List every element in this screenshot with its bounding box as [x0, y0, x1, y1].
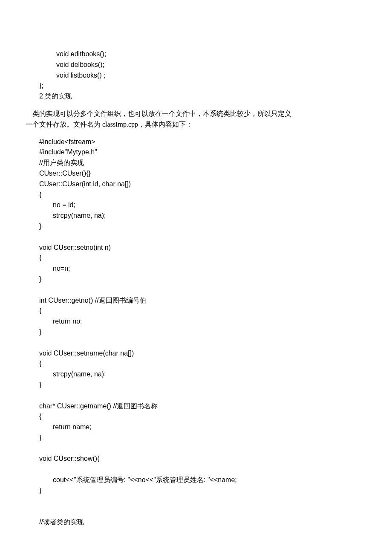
code-line: { — [26, 190, 366, 200]
code-line: void delbooks(); — [26, 60, 366, 70]
code-line: no=n; — [26, 263, 366, 274]
code-line: strcpy(name, na); — [26, 211, 366, 221]
code-line: } — [26, 221, 366, 232]
code-line: //用户类的实现 — [26, 158, 366, 168]
code-line: 2 类的实现 — [26, 91, 366, 102]
code-line — [26, 506, 366, 517]
code-line: void CUser::show(){ — [26, 454, 366, 464]
code-line: no = id; — [26, 200, 366, 211]
code-line: { — [26, 306, 366, 316]
code-line: void CUser::setname(char na[]) — [26, 348, 366, 359]
code-line: } — [26, 380, 366, 390]
code-line: void listbooks() ; — [26, 70, 366, 81]
code-line: CUser::CUser(int id, char na[]) — [26, 179, 366, 190]
code-line — [26, 232, 366, 243]
code-line: //读者类的实现 — [26, 517, 366, 528]
code-line: #include"Mytype.h" — [26, 147, 366, 158]
code-line — [26, 285, 366, 295]
code-line: } — [26, 433, 366, 443]
code-line: cout<<"系统管理员编号: "<<no<<"系统管理员姓名: "<<name… — [26, 475, 366, 486]
code-line: void CUser::setno(int n) — [26, 243, 366, 253]
document-page: void editbooks();void delbooks();void li… — [0, 0, 392, 555]
code-line — [26, 443, 366, 454]
code-line: { — [26, 358, 366, 369]
code-line: 类的实现可以分多个文件组织，也可以放在一个文件中，本系统类比较少，所以只定义 一… — [26, 109, 366, 130]
code-line: } — [26, 327, 366, 338]
code-line: } — [26, 486, 366, 496]
code-line: return name; — [26, 422, 366, 433]
code-line: int CUser::getno() //返回图书编号值 — [26, 295, 366, 306]
code-line: #include<fstream> — [26, 137, 366, 147]
code-line: return no; — [26, 316, 366, 327]
code-line: } — [26, 274, 366, 285]
code-line — [26, 338, 366, 348]
code-line: void editbooks(); — [26, 49, 366, 60]
code-line: strcpy(name, na); — [26, 369, 366, 380]
code-line — [26, 390, 366, 401]
code-line — [26, 496, 366, 507]
code-line: }; — [26, 81, 366, 91]
code-line: char* CUser::getname() //返回图书名称 — [26, 401, 366, 412]
code-line: { — [26, 411, 366, 422]
code-line — [26, 464, 366, 475]
code-line: { — [26, 253, 366, 263]
code-line: CUser::CUser(){} — [26, 168, 366, 179]
